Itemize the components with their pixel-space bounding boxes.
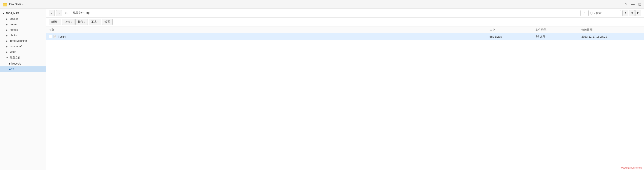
- video-arrow: ▶: [6, 51, 9, 53]
- restore-button[interactable]: ⊡: [638, 2, 641, 6]
- sidebar-item-homes-label: homes: [10, 28, 18, 32]
- sidebar-item-frp-label: frp: [11, 68, 14, 71]
- view-controls: ≡ ⊞ ⊟: [622, 10, 641, 16]
- app-title: File Station: [9, 2, 625, 6]
- toolbar: 新增 ▾ 上传 ▾ 操作 ▾ 工具 ▾ 设置: [46, 18, 644, 26]
- upload-button[interactable]: 上传 ▾: [62, 19, 74, 25]
- sidebar-item-usbshare1[interactable]: ▶ usbshare1: [0, 44, 46, 49]
- tools-button[interactable]: 工具 ▾: [89, 19, 101, 25]
- sidebar-item-docker[interactable]: ▶ docker: [0, 16, 46, 22]
- sidebar-item-home-label: home: [10, 23, 16, 26]
- settings-button[interactable]: 设置: [102, 19, 112, 25]
- nav-bar: ‹ › ↻ 配置文件 › frp ☆ Q ▾ ≡ ⊞ ⊟: [46, 9, 644, 18]
- grid-view-button[interactable]: ⊟: [635, 10, 641, 16]
- sidebar-item-timemachine[interactable]: ▶ Time Machine: [0, 38, 46, 44]
- new-button-label: 新增: [51, 20, 57, 24]
- sidebar-item-photo[interactable]: ▶ photo: [0, 32, 46, 38]
- docker-arrow: ▶: [6, 18, 9, 20]
- file-checkbox[interactable]: [49, 35, 52, 38]
- search-box[interactable]: Q ▾: [588, 10, 621, 16]
- file-list: 名称 大小 文件类型 修改日期: [46, 26, 644, 170]
- sidebar-item-recycle[interactable]: ▶ #recycle: [0, 61, 46, 66]
- sidebar-item-peizhi-label: 配置文件: [10, 56, 21, 60]
- action-button-label: 操作: [78, 20, 84, 24]
- action-button[interactable]: 操作 ▾: [76, 19, 88, 25]
- file-name-text: frpc.ini: [58, 35, 66, 38]
- sidebar-item-photo-label: photo: [10, 34, 16, 37]
- new-caret: ▾: [58, 21, 58, 23]
- photo-arrow: ▶: [6, 34, 9, 37]
- root-arrow: ▼: [2, 12, 5, 15]
- timemachine-arrow: ▶: [6, 40, 9, 42]
- title-bar: File Station ? — ⊡: [0, 0, 644, 9]
- bookmark-icon[interactable]: ☆: [582, 11, 587, 16]
- path-text: 配置文件 › frp: [73, 11, 90, 14]
- col-size: 大小: [490, 28, 536, 32]
- upload-button-label: 上传: [64, 20, 70, 24]
- tools-button-label: 工具: [91, 20, 97, 24]
- watermark: www.machunjie.com: [621, 166, 642, 169]
- app-window: File Station ? — ⊡ ▼ MCJ_NAS ▶ docker ▶ …: [0, 0, 644, 170]
- home-arrow: ▶: [6, 23, 9, 26]
- minimize-button[interactable]: —: [631, 2, 634, 6]
- refresh-button[interactable]: ↻: [64, 10, 70, 16]
- tools-caret: ▾: [98, 21, 98, 23]
- main-layout: ▼ MCJ_NAS ▶ docker ▶ home ▶ homes ▶ phot…: [0, 9, 644, 170]
- sidebar-root-label: MCJ_NAS: [6, 12, 19, 15]
- usbshare1-arrow: ▶: [6, 45, 9, 48]
- file-list-header: 名称 大小 文件类型 修改日期: [46, 26, 644, 33]
- back-button[interactable]: ‹: [49, 10, 55, 16]
- table-row[interactable]: frpc.ini 589 Bytes INI 文件 2023-12-17 15:…: [46, 33, 644, 40]
- window-controls: ? — ⊡: [625, 2, 641, 6]
- sidebar-root[interactable]: ▼ MCJ_NAS: [0, 10, 46, 16]
- view-options-button[interactable]: ⊞: [629, 10, 635, 16]
- action-caret: ▾: [84, 21, 85, 23]
- folder-icon: [3, 2, 7, 7]
- homes-arrow: ▶: [6, 29, 9, 31]
- file-icon: [53, 35, 56, 38]
- sidebar-item-peizhi[interactable]: ▼ 配置文件: [0, 55, 46, 61]
- settings-button-label: 设置: [104, 20, 110, 24]
- sidebar-item-usbshare1-label: usbshare1: [10, 45, 22, 48]
- col-name: 名称: [49, 28, 490, 32]
- frp-arrow: ▶: [9, 68, 11, 71]
- upload-caret: ▾: [71, 21, 72, 23]
- file-modified: 2023-12-17 15:27:29: [582, 35, 641, 38]
- recycle-arrow: ▶: [9, 62, 11, 65]
- file-name-cell: frpc.ini: [49, 35, 490, 38]
- help-button[interactable]: ?: [625, 2, 627, 6]
- file-size: 589 Bytes: [490, 35, 536, 38]
- list-view-button[interactable]: ≡: [622, 10, 628, 16]
- new-button[interactable]: 新增 ▾: [49, 19, 61, 25]
- col-modified: 修改日期: [582, 28, 641, 32]
- sidebar-item-homes[interactable]: ▶ homes: [0, 27, 46, 32]
- search-area: Q ▾: [588, 10, 621, 16]
- search-separator: ▾: [594, 12, 595, 15]
- file-type: INI 文件: [536, 35, 582, 38]
- peizhi-arrow: ▼: [6, 56, 9, 59]
- search-prefix: Q: [590, 12, 592, 15]
- sidebar-item-home[interactable]: ▶ home: [0, 22, 46, 27]
- col-type: 文件类型: [536, 28, 582, 32]
- path-input[interactable]: 配置文件 › frp: [71, 10, 580, 16]
- sidebar-item-video[interactable]: ▶ video: [0, 49, 46, 55]
- sidebar-item-recycle-label: #recycle: [11, 62, 21, 65]
- forward-button[interactable]: ›: [56, 10, 62, 16]
- sidebar-item-docker-label: docker: [10, 17, 18, 20]
- content-area: ‹ › ↻ 配置文件 › frp ☆ Q ▾ ≡ ⊞ ⊟: [46, 9, 644, 170]
- sidebar-item-frp[interactable]: ▶ frp: [0, 66, 46, 72]
- search-input[interactable]: [596, 12, 619, 15]
- sidebar-item-timemachine-label: Time Machine: [10, 39, 27, 42]
- sidebar: ▼ MCJ_NAS ▶ docker ▶ home ▶ homes ▶ phot…: [0, 9, 46, 170]
- sidebar-item-video-label: video: [10, 50, 16, 54]
